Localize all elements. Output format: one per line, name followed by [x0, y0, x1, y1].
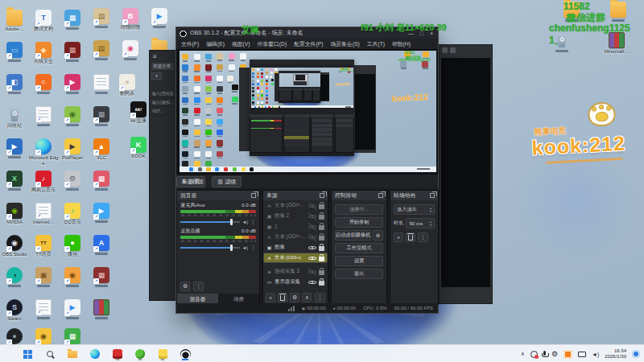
- desktop-icon[interactable]: ▣↗: [27, 267, 60, 287]
- channel-menu-button[interactable]: ⋮: [250, 245, 256, 251]
- taskbar-edge-button[interactable]: [89, 348, 101, 360]
- desktop-icon[interactable]: ◑↗: [0, 267, 31, 287]
- source-properties-button[interactable]: ⚙: [290, 293, 299, 302]
- duration-input[interactable]: 50 ms ▴▾: [406, 218, 435, 228]
- tray-settings-icon[interactable]: ⚙: [551, 350, 558, 358]
- lock-toggle[interactable]: [319, 225, 324, 230]
- taskbar-app-green-button[interactable]: [134, 348, 147, 360]
- desktop-icon-Steam[interactable]: S↗Steam: [0, 299, 31, 322]
- taskbar-app-yellow-button[interactable]: [156, 348, 169, 360]
- advanced-audio-button[interactable]: ⚙: [180, 282, 190, 291]
- desktop-icon[interactable]: ▦↗: [85, 171, 118, 191]
- lock-toggle[interactable]: [319, 281, 324, 286]
- desktop-icon[interactable]: ▦↗: [56, 42, 89, 62]
- menu-item[interactable]: 帮助(H): [392, 40, 411, 48]
- desktop-icon[interactable]: ◉↗: [114, 40, 147, 60]
- desktop-icon[interactable]: ▦↗: [85, 267, 118, 287]
- taskbar-app-red-button[interactable]: [111, 348, 124, 360]
- source-row[interactable]: A文本 (GDI+) 2: [263, 232, 328, 242]
- desktop-icon-Adobe…[interactable]: Adobe…: [0, 10, 31, 32]
- source-row[interactable]: ▣图像: [263, 242, 328, 253]
- desktop-icon[interactable]: ▭↗: [0, 42, 31, 62]
- source-row[interactable]: A文本 (GDI+): [263, 253, 328, 263]
- taskbar-explorer-button[interactable]: [66, 348, 79, 360]
- desktop-icon-VLC[interactable]: ▲↗VLC: [85, 138, 118, 161]
- slider-handle[interactable]: [230, 219, 233, 225]
- slider-handle[interactable]: [230, 245, 233, 251]
- desktop-icon-PotPlayer[interactable]: ▶↗PotPlayer: [56, 138, 89, 161]
- lock-toggle[interactable]: [319, 257, 324, 261]
- visibility-toggle[interactable]: [308, 202, 316, 210]
- mute-button[interactable]: ◄): [242, 220, 248, 224]
- desktop-icon[interactable]: X↗: [0, 171, 31, 191]
- menu-item[interactable]: 视图(V): [232, 40, 250, 48]
- visibility-toggle[interactable]: [308, 254, 316, 262]
- lock-toggle[interactable]: [319, 215, 324, 220]
- tray-display-icon[interactable]: [578, 352, 586, 357]
- desktop-icon[interactable]: ▦↗: [85, 106, 118, 126]
- desktop-icon-腾讯文档[interactable]: T↗腾讯文档: [27, 10, 60, 32]
- desktop-icon-Microsoft Edge[interactable]: ↗Microsoft Edge: [27, 138, 60, 167]
- desktop-icon[interactable]: ▤↗: [85, 40, 118, 60]
- tray-microphone-icon[interactable]: [543, 351, 546, 356]
- start-virtual-camera-button[interactable]: 启动虚拟摄像机: [335, 230, 371, 241]
- desktop-icon-TT语音[interactable]: TT↗TT语音: [27, 235, 60, 257]
- desktop-icon-哔哩哔哩[interactable]: B↗哔哩哔哩: [114, 8, 147, 31]
- dock-icon[interactable]: [378, 193, 383, 198]
- move-source-up-button[interactable]: ∧: [302, 293, 312, 302]
- desktop-icon[interactable]: ▶↗: [56, 74, 89, 94]
- desktop-icon-Internet…[interactable]: ↗Internet…: [27, 203, 60, 225]
- desktop-icon[interactable]: ▶↗: [143, 8, 175, 28]
- lock-toggle[interactable]: [319, 246, 324, 251]
- list-row[interactable]: VST…: [150, 107, 175, 116]
- toolbar-button-icon[interactable]: [442, 47, 448, 53]
- settings-button[interactable]: 设置: [335, 256, 383, 266]
- desktop-icon[interactable]: ▦↗: [56, 10, 89, 30]
- desktop-icon[interactable]: ⚙↗: [56, 171, 89, 191]
- source-row[interactable]: A文本 (GDI+) 3: [263, 200, 328, 211]
- channel-menu-button[interactable]: ⋮: [250, 219, 256, 225]
- desktop-icon-网易云音乐[interactable]: ♪↗网易云音乐: [27, 171, 60, 193]
- desktop-icon[interactable]: [85, 299, 118, 319]
- menu-item[interactable]: 编辑(E): [206, 40, 225, 48]
- source-row[interactable]: ▣图像 2: [263, 211, 328, 221]
- start-streaming-button[interactable]: 连接中...: [335, 204, 383, 215]
- desktop-icon-火绒安全[interactable]: ◆↗火绒安全: [27, 42, 60, 64]
- source-row[interactable]: ◈游戏采集 3: [263, 266, 328, 277]
- desktop-icon[interactable]: ◉↗: [56, 267, 89, 287]
- desktop-icon[interactable]: A↗: [85, 235, 118, 255]
- taskbar-clock[interactable]: 16:34 2026/1/30: [605, 348, 626, 360]
- desktop-icon[interactable]: ▶↗: [0, 138, 31, 158]
- list-row[interactable]: 输入(空间音…: [150, 89, 175, 98]
- remove-source-button[interactable]: [278, 293, 287, 302]
- preview-canvas[interactable]: 11582微信进群chenfusheng1125kook:21211582微信进…: [180, 51, 436, 172]
- desktop-icon-Minecraft…[interactable]: Minecraft…: [601, 32, 633, 55]
- transition-menu-button[interactable]: ⋮: [418, 232, 428, 242]
- sources-menu-button[interactable]: ⋮: [315, 293, 325, 302]
- add-source-button[interactable]: +: [266, 293, 275, 302]
- transition-select[interactable]: 淡入淡出 ▴▾: [394, 204, 435, 215]
- dock-icon[interactable]: [251, 193, 256, 198]
- list-row[interactable]: 输入(虚拟…: [150, 98, 175, 107]
- desktop-icon[interactable]: ↗: [27, 299, 60, 319]
- volume-slider[interactable]: [180, 221, 240, 223]
- desktop-icon-QQ音乐[interactable]: ♪↗QQ音乐: [56, 203, 89, 225]
- menu-item[interactable]: 工具(T): [367, 40, 385, 48]
- start-recording-button[interactable]: 开始录制: [335, 217, 383, 228]
- dock-icon[interactable]: [430, 193, 435, 198]
- source-row[interactable]: ▣1: [263, 221, 328, 232]
- visibility-toggle[interactable]: [308, 244, 316, 252]
- start-button[interactable]: [21, 348, 34, 360]
- visibility-toggle[interactable]: [308, 223, 316, 231]
- lock-toggle[interactable]: [319, 204, 324, 209]
- tray-chevron-icon[interactable]: ∧: [521, 351, 525, 357]
- virtual-camera-settings-button[interactable]: ⚙: [373, 230, 383, 241]
- toolbar-button-icon[interactable]: [450, 47, 456, 53]
- visibility-toggle[interactable]: [308, 212, 316, 220]
- desktop-icon[interactable]: ▶↗: [56, 299, 89, 319]
- source-row[interactable]: ▭显示器采集: [263, 277, 328, 287]
- desktop-icon-微信[interactable]: ●↗微信: [56, 235, 89, 257]
- tray-speaker-icon[interactable]: ◄): [592, 352, 599, 357]
- menu-item[interactable]: 停靠窗口(D): [258, 40, 287, 48]
- menu-item[interactable]: 配置文件(P): [294, 40, 323, 48]
